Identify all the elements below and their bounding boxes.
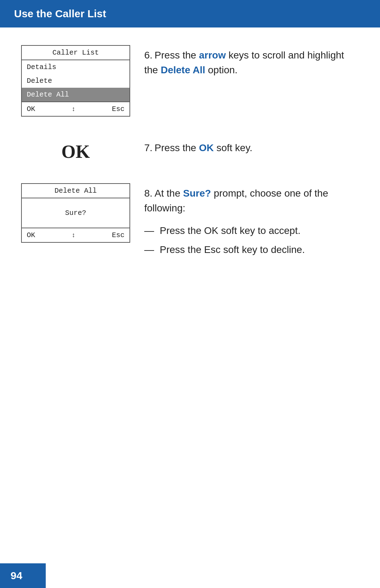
screen-title-step8: Delete All xyxy=(22,184,129,198)
screen-mockup-step8: Delete All Sure? OK ↕ Esc xyxy=(21,183,130,243)
step8-text: 8.At the Sure? prompt, choose one of the… xyxy=(144,183,359,261)
step8-bullet-list: — Press the OK soft key to accept. — Pre… xyxy=(144,223,359,257)
step6-text: 6.Press the arrow keys to scroll and hig… xyxy=(144,45,359,78)
screen-footer-step8: OK ↕ Esc xyxy=(22,228,129,242)
step7-text-end: soft key. xyxy=(214,142,252,153)
bullet-dash-2: — xyxy=(144,242,154,257)
step6-arrow-label: arrow xyxy=(199,50,226,61)
bullet-dash-1: — xyxy=(144,223,154,238)
step8-intro: 8.At the Sure? prompt, choose one of the… xyxy=(144,186,359,216)
ok-display: OK xyxy=(21,138,130,162)
bullet-item-2: — Press the Esc soft key to decline. xyxy=(144,242,359,257)
bullet-text-1: Press the OK soft key to accept. xyxy=(160,223,300,238)
screen-sure-text: Sure? xyxy=(22,198,129,228)
step7-text: 7.Press the OK soft key. xyxy=(144,138,359,155)
bullet-text-2: Press the Esc soft key to decline. xyxy=(160,242,305,257)
step6-number: 6. xyxy=(144,50,152,61)
step8-sure-label: Sure? xyxy=(183,188,211,199)
page-title: Use the Caller List xyxy=(14,8,106,19)
content-area: Caller List Details Delete Delete All OK… xyxy=(0,45,380,304)
screen-mockup-step6: Caller List Details Delete Delete All OK… xyxy=(21,45,130,117)
step-7-row: OK 7.Press the OK soft key. xyxy=(21,138,359,162)
page-number: 94 xyxy=(11,570,22,581)
menu-item-delete: Delete xyxy=(22,74,129,88)
step-8-row: Delete All Sure? OK ↕ Esc 8.At the Sure?… xyxy=(21,183,359,261)
screen-title-step6: Caller List xyxy=(22,46,129,60)
menu-item-delete-all: Delete All xyxy=(22,88,129,101)
step8-number: 8. xyxy=(144,188,152,199)
footer-arrow-step8: ↕ xyxy=(72,232,76,239)
step7-text-before-ok: Press the xyxy=(154,142,199,153)
step7-ok-label: OK xyxy=(199,142,214,153)
footer-arrow-step6: ↕ xyxy=(72,106,76,113)
page-footer: 94 xyxy=(0,563,46,588)
step8-text-before-sure: At the xyxy=(154,188,183,199)
page-header: Use the Caller List xyxy=(0,0,380,27)
menu-item-details: Details xyxy=(22,60,129,74)
footer-esc-step6: Esc xyxy=(112,105,125,113)
step-6-row: Caller List Details Delete Delete All OK… xyxy=(21,45,359,117)
step7-number: 7. xyxy=(144,142,152,153)
bullet-item-1: — Press the OK soft key to accept. xyxy=(144,223,359,238)
screen-footer-step6: OK ↕ Esc xyxy=(22,101,129,116)
footer-esc-step8: Esc xyxy=(112,231,125,239)
step6-text-end: option. xyxy=(205,64,238,75)
footer-ok-step6: OK xyxy=(27,105,35,113)
footer-ok-step8: OK xyxy=(27,231,35,239)
step6-text-before-arrow: Press the xyxy=(154,50,199,61)
step6-delete-all-label: Delete All xyxy=(161,64,205,75)
